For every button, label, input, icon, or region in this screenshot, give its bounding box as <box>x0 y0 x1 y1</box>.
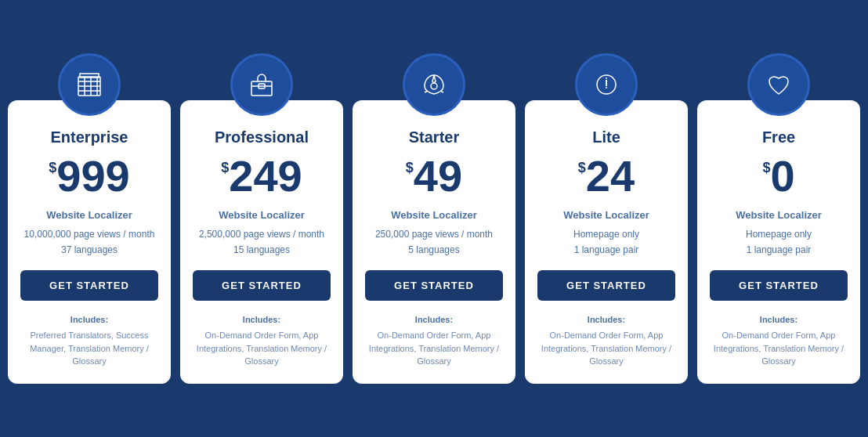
svg-point-11 <box>431 83 437 89</box>
includes-section-starter: Includes: On-Demand Order Form, App Inte… <box>365 313 503 368</box>
plan-price-starter: $ 49 <box>365 154 503 198</box>
plan-name-enterprise: Enterprise <box>20 128 158 146</box>
price-dollar-starter: $ <box>406 161 414 175</box>
plan-price-free: $ 0 <box>710 154 848 198</box>
get-started-button-enterprise[interactable]: GET STARTED <box>20 270 158 301</box>
plan-details-professional: 2,500,000 page views / month15 languages <box>193 227 331 257</box>
pricing-card-professional: Professional $ 249 Website Localizer 2,5… <box>180 100 343 383</box>
pricing-container: Enterprise $ 999 Website Localizer 10,00… <box>8 53 860 383</box>
plan-name-lite: Lite <box>537 128 675 146</box>
plan-details-enterprise: 10,000,000 page views / month37 language… <box>20 227 158 257</box>
includes-text-starter: On-Demand Order Form, App Integrations, … <box>365 329 503 368</box>
plan-wrapper-professional: Professional $ 249 Website Localizer 2,5… <box>180 53 343 383</box>
price-amount-free: 0 <box>770 154 794 198</box>
pricing-card-free: Free $ 0 Website Localizer Homepage only… <box>697 100 860 383</box>
plan-type-professional: Website Localizer <box>193 209 331 221</box>
plan-wrapper-enterprise: Enterprise $ 999 Website Localizer 10,00… <box>8 53 171 383</box>
svg-rect-7 <box>80 74 99 78</box>
includes-label-professional: Includes: <box>193 313 331 327</box>
plan-wrapper-lite: i Lite $ 24 Website Localizer Homepage o… <box>525 53 688 383</box>
includes-label-lite: Includes: <box>537 313 675 327</box>
free-icon <box>747 53 810 116</box>
includes-section-enterprise: Includes: Preferred Translators, Success… <box>20 313 158 368</box>
get-started-button-free[interactable]: GET STARTED <box>710 270 848 301</box>
enterprise-icon <box>58 53 121 116</box>
includes-section-professional: Includes: On-Demand Order Form, App Inte… <box>193 313 331 368</box>
plan-type-starter: Website Localizer <box>365 209 503 221</box>
plan-wrapper-starter: Starter $ 49 Website Localizer 250,000 p… <box>353 53 515 383</box>
price-amount-lite: 24 <box>586 154 635 198</box>
includes-section-lite: Includes: On-Demand Order Form, App Inte… <box>537 313 675 368</box>
plan-type-lite: Website Localizer <box>537 209 675 221</box>
price-dollar-enterprise: $ <box>49 161 56 175</box>
starter-icon <box>403 53 465 116</box>
svg-line-12 <box>425 91 428 92</box>
includes-section-free: Includes: On-Demand Order Form, App Inte… <box>710 313 848 368</box>
plan-wrapper-free: Free $ 0 Website Localizer Homepage only… <box>697 53 860 383</box>
includes-label-starter: Includes: <box>365 313 503 327</box>
plan-details-starter: 250,000 page views / month5 languages <box>365 227 503 257</box>
get-started-button-starter[interactable]: GET STARTED <box>365 270 503 301</box>
lite-icon: i <box>575 53 638 116</box>
svg-line-13 <box>440 91 443 92</box>
plan-type-free: Website Localizer <box>710 209 848 221</box>
includes-text-lite: On-Demand Order Form, App Integrations, … <box>537 329 675 368</box>
plan-price-lite: $ 24 <box>537 154 675 198</box>
includes-text-free: On-Demand Order Form, App Integrations, … <box>710 329 848 368</box>
svg-text:i: i <box>605 76 608 88</box>
plan-price-enterprise: $ 999 <box>20 154 158 198</box>
plan-price-professional: $ 249 <box>193 154 331 198</box>
plan-details-lite: Homepage only1 language pair <box>537 227 675 257</box>
price-dollar-professional: $ <box>221 161 229 175</box>
plan-name-professional: Professional <box>193 128 331 146</box>
price-dollar-lite: $ <box>578 161 586 175</box>
includes-text-professional: On-Demand Order Form, App Integrations, … <box>193 329 331 368</box>
includes-label-enterprise: Includes: <box>20 313 158 327</box>
price-amount-starter: 49 <box>414 154 462 198</box>
price-dollar-free: $ <box>762 161 770 175</box>
get-started-button-lite[interactable]: GET STARTED <box>537 270 675 301</box>
professional-icon <box>230 53 293 116</box>
plan-name-starter: Starter <box>365 128 503 146</box>
pricing-card-enterprise: Enterprise $ 999 Website Localizer 10,00… <box>8 100 171 383</box>
pricing-card-lite: Lite $ 24 Website Localizer Homepage onl… <box>525 100 688 383</box>
plan-type-enterprise: Website Localizer <box>20 209 158 221</box>
plan-name-free: Free <box>710 128 848 146</box>
includes-text-enterprise: Preferred Translators, Success Manager, … <box>20 329 158 368</box>
price-amount-enterprise: 999 <box>56 154 129 198</box>
get-started-button-professional[interactable]: GET STARTED <box>193 270 331 301</box>
includes-label-free: Includes: <box>710 313 848 327</box>
price-amount-professional: 249 <box>229 154 302 198</box>
pricing-card-starter: Starter $ 49 Website Localizer 250,000 p… <box>353 100 515 383</box>
plan-details-free: Homepage only1 language pair <box>710 227 848 257</box>
